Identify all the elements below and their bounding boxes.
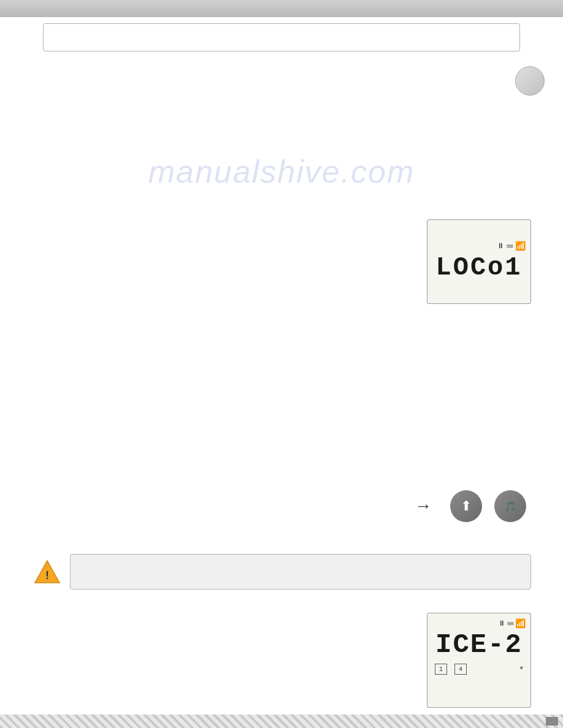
warning-icon-container: ! [32, 554, 63, 590]
top-content-box [43, 23, 520, 51]
svg-text:!: ! [45, 569, 49, 582]
lcd2-bottom-left: 1 4 [435, 664, 467, 675]
lcd2-bottom-row: 1 4 * [432, 664, 526, 675]
up-button[interactable]: ⬆ [450, 490, 482, 522]
warning-triangle-icon: ! [34, 558, 61, 585]
arrow-area: → ⬆ 🎵 [276, 490, 526, 522]
antenna-icon: 📶 [515, 241, 526, 251]
lcd2-segment-1: 1 [435, 664, 447, 675]
lcd1-top-icons: ⏸ ≡≡ 📶 [432, 241, 526, 251]
watermark: manualshive.com [148, 153, 415, 190]
pause-icon: ⏸ [497, 241, 504, 250]
lcd-display-2: ⏸ ≡≡ 📶 ICE-2 1 4 * [427, 613, 531, 708]
lcd2-main-display: ICE-2 [435, 629, 523, 660]
bars-icon: ≡≡ [507, 243, 513, 249]
page-indicator [546, 717, 558, 726]
bottom-bar [0, 715, 563, 728]
menu-button[interactable]: 🎵 [494, 490, 526, 522]
lcd2-pause-icon: ⏸ [498, 619, 505, 628]
menu-icon: 🎵 [504, 501, 516, 512]
warning-text-box [70, 554, 531, 590]
up-icon: ⬆ [461, 498, 472, 514]
lcd1-main-display: LOCo1 [435, 253, 522, 282]
arrow-symbol: → [415, 496, 432, 516]
circle-button[interactable] [515, 66, 545, 96]
lcd2-bars-icon: ≡≡ [507, 620, 513, 627]
warning-section: ! [32, 554, 531, 590]
lcd2-antenna-icon: 📶 [515, 618, 526, 628]
top-bar [0, 0, 563, 17]
lcd2-top-icons: ⏸ ≡≡ 📶 [432, 618, 526, 628]
lcd-display-1: ⏸ ≡≡ 📶 LOCo1 [427, 219, 531, 304]
lcd2-segment-4: 4 [454, 664, 467, 675]
lcd2-asterisk: * [520, 664, 523, 674]
